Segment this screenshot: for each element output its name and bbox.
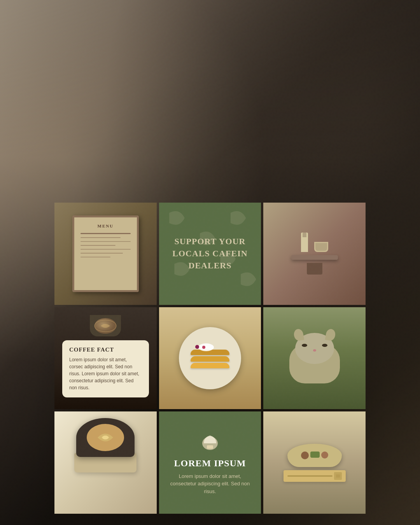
photo-grid: MENU (54, 203, 366, 514)
coffee-fact-title: COFFEE FACT (69, 346, 142, 353)
svg-point-23 (102, 436, 108, 439)
cat-post[interactable] (263, 307, 366, 410)
pancake-post[interactable] (159, 307, 261, 410)
coffee-fact-post[interactable]: COFFEE FACT Lorem ipsum dolor sit amet, … (54, 307, 157, 410)
food-post[interactable] (263, 411, 366, 514)
lorem-post[interactable]: LOREM IPSUM Lorem ipsum dolor sit amet, … (159, 411, 261, 514)
tea-post[interactable] (263, 203, 366, 305)
lorem-text: Lorem ipsum dolor sit amet, consectetur … (168, 472, 252, 495)
support-post[interactable]: SUPPORT YOUR LOCALS CAFEIN DEALERS (159, 203, 261, 305)
photo-grid-section: MENU (0, 203, 420, 514)
latte-post[interactable] (54, 411, 157, 514)
coffee-fact-card: COFFEE FACT Lorem ipsum dolor sit amet, … (62, 340, 149, 397)
svg-rect-25 (207, 445, 213, 449)
menu-post[interactable]: MENU (54, 203, 157, 305)
lorem-title: LOREM IPSUM (174, 458, 246, 469)
coffee-fact-text: Lorem ipsum dolor sit amet, corsec adipi… (69, 356, 142, 391)
